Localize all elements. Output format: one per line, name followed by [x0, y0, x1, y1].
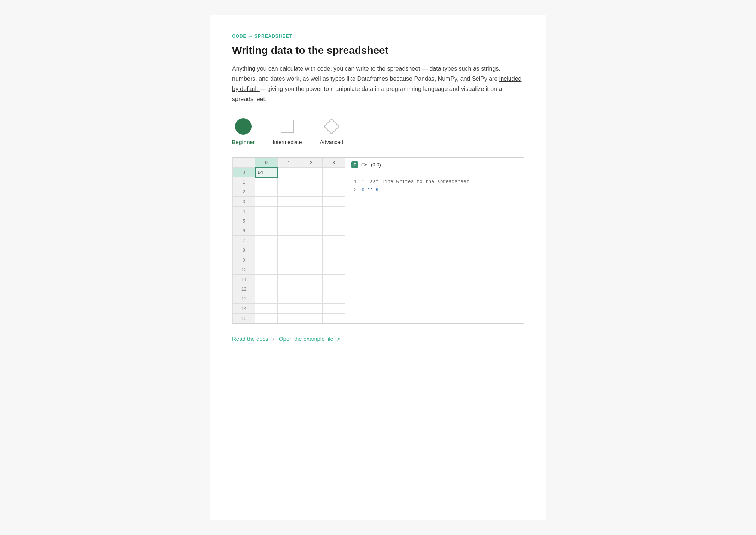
table-row: 9 [233, 255, 345, 265]
code-panel: ⊞ Cell (0,0) 1 # Last line writes to the… [345, 158, 524, 323]
table-row: 5 [233, 216, 345, 226]
table-row: 0 64 [233, 168, 345, 177]
cell-0-1[interactable] [278, 168, 300, 177]
corner-header [233, 158, 255, 168]
footer-divider: / [273, 336, 274, 342]
col-header-3[interactable]: 3 [323, 158, 345, 168]
code-num-2: 2 [361, 187, 364, 193]
table-row: 12 [233, 284, 345, 294]
col-header-1[interactable]: 1 [278, 158, 300, 168]
table-row: 11 [233, 275, 345, 284]
breadcrumb: CODE → SPREADSHEET [232, 34, 524, 39]
code-body[interactable]: 1 # Last line writes to the spreadsheet … [345, 172, 524, 323]
footer-links: Read the docs / Open the example file ↗ [232, 336, 524, 342]
cell-0-2[interactable] [300, 168, 323, 177]
description-text-2: — giving you the power to manipulate dat… [232, 86, 502, 102]
table-row: 13 [233, 294, 345, 304]
table-row: 6 [233, 226, 345, 236]
table-row: 10 [233, 265, 345, 275]
advanced-label: Advanced [320, 139, 343, 145]
intermediate-label: Intermediate [273, 139, 302, 145]
description-text-1: Anything you can calculate with code, yo… [232, 65, 500, 82]
code-num-6: 6 [376, 187, 379, 193]
table-row: 14 [233, 304, 345, 314]
table-row: 15 [233, 314, 345, 323]
spreadsheet[interactable]: 0 1 2 3 0 64 1 2 3 [232, 158, 345, 323]
table-row: 8 [233, 245, 345, 255]
level-item-advanced[interactable]: Advanced [320, 117, 343, 145]
code-line-1: 1 # Last line writes to the spreadsheet [351, 178, 518, 186]
beginner-icon [234, 117, 252, 135]
demo-area: 0 1 2 3 0 64 1 2 3 [232, 157, 524, 324]
page-title: Writing data to the spreadsheet [232, 44, 524, 57]
read-docs-link[interactable]: Read the docs [232, 336, 268, 342]
open-example-link[interactable]: Open the example file ↗ [279, 336, 340, 342]
code-op-pow: ** [367, 187, 373, 193]
table-row: 2 [233, 187, 345, 197]
code-panel-header: ⊞ Cell (0,0) [345, 158, 524, 172]
code-comment-1: # Last line writes to the spreadsheet [361, 178, 469, 186]
cell-0-3[interactable] [323, 168, 345, 177]
line-num-1: 1 [351, 178, 357, 186]
col-header-0[interactable]: 0 [255, 158, 278, 168]
code-line-2: 2 2 ** 6 [351, 186, 518, 194]
line-num-2: 2 [351, 186, 357, 194]
table-row: 1 [233, 177, 345, 187]
external-link-icon: ↗ [336, 337, 340, 342]
cell-label: Cell (0,0) [361, 162, 381, 168]
table-row: 4 [233, 207, 345, 216]
beginner-label: Beginner [232, 139, 255, 145]
level-item-beginner[interactable]: Beginner [232, 117, 255, 145]
table-row: 7 [233, 236, 345, 245]
description: Anything you can calculate with code, yo… [232, 64, 524, 104]
cell-0-0[interactable]: 64 [255, 168, 278, 177]
col-header-2[interactable]: 2 [300, 158, 323, 168]
row-num-0: 0 [233, 168, 255, 177]
level-selector: Beginner Intermediate Advanced [232, 117, 524, 145]
table-row: 3 [233, 197, 345, 207]
cell-icon: ⊞ [351, 161, 358, 168]
intermediate-icon [278, 117, 296, 135]
advanced-icon [323, 117, 341, 135]
code-expression: 2 ** 6 [361, 186, 379, 194]
level-item-intermediate[interactable]: Intermediate [273, 117, 302, 145]
